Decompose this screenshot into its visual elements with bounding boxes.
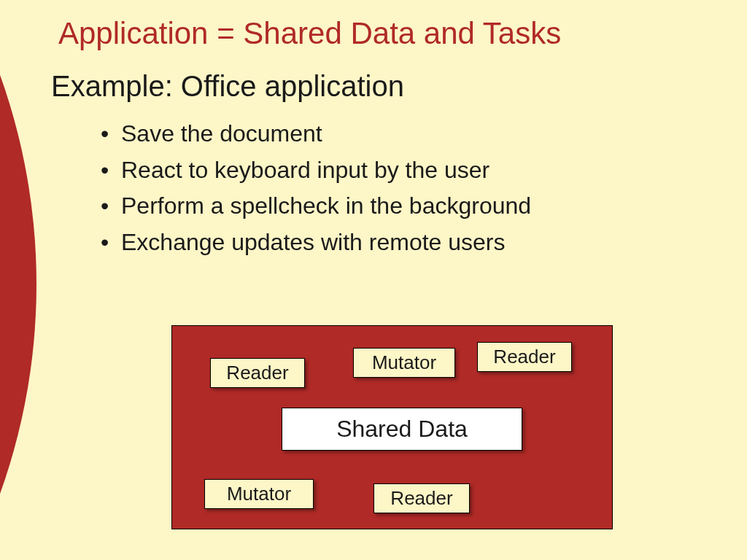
bullet-item: React to keyboard input by the user: [101, 152, 732, 189]
bullet-item: Perform a spellcheck in the background: [101, 188, 732, 225]
slide-subtitle: Example: Office application: [51, 70, 732, 103]
bullet-list: Save the document React to keyboard inpu…: [101, 116, 732, 260]
mutator-box: Mutator: [204, 479, 314, 509]
shared-data-diagram: Reader Mutator Reader Shared Data Mutato…: [171, 325, 613, 529]
slide-content: Application = Shared Data and Tasks Exam…: [58, 16, 732, 260]
slide-arc-decoration: [0, 0, 36, 560]
reader-box: Reader: [477, 342, 572, 372]
shared-data-box: Shared Data: [282, 408, 522, 451]
reader-box: Reader: [210, 358, 305, 388]
bullet-item: Save the document: [101, 116, 732, 152]
bullet-item: Exchange updates with remote users: [101, 225, 732, 261]
mutator-box: Mutator: [353, 348, 455, 378]
slide-title: Application = Shared Data and Tasks: [58, 16, 732, 51]
reader-box: Reader: [374, 483, 470, 513]
